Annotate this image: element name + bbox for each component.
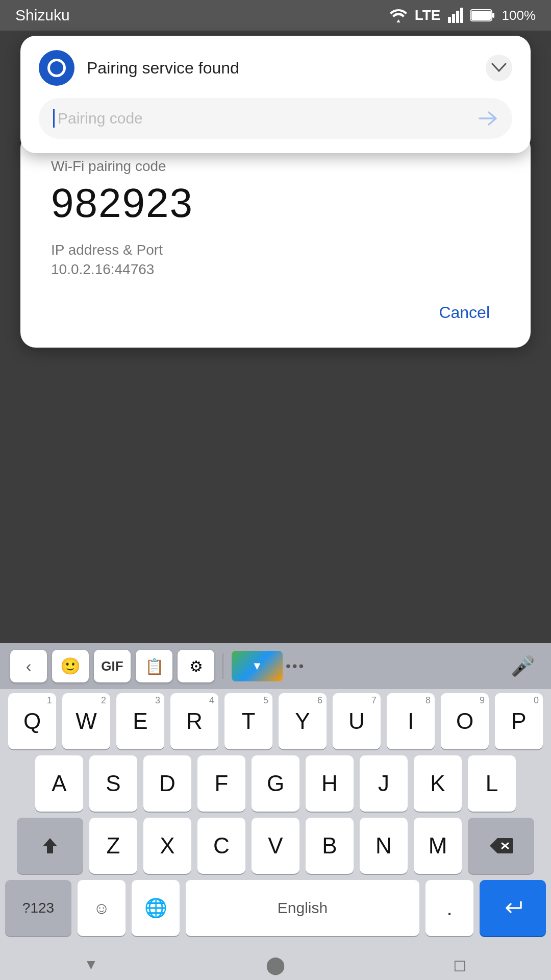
- key-s[interactable]: S: [89, 755, 137, 812]
- key-n[interactable]: N: [360, 818, 408, 874]
- key-y[interactable]: 6Y: [279, 693, 327, 749]
- key-g[interactable]: G: [252, 755, 299, 812]
- pairing-code-input[interactable]: [58, 110, 475, 127]
- enter-button[interactable]: [480, 880, 546, 936]
- notif-icon: [39, 50, 74, 86]
- toolbar-more[interactable]: •••: [286, 658, 305, 674]
- key-b[interactable]: B: [306, 818, 354, 874]
- key-o[interactable]: 9O: [441, 693, 489, 749]
- sticker-button[interactable]: 🙂: [52, 650, 89, 682]
- svg-rect-5: [492, 13, 494, 18]
- notif-header: Pairing service found: [39, 50, 512, 86]
- delete-icon: [488, 837, 514, 855]
- mic-button[interactable]: 🎤: [504, 650, 541, 682]
- nav-back[interactable]: ▼: [84, 957, 98, 973]
- dialog-actions: Cancel: [51, 298, 500, 327]
- shift-button[interactable]: [17, 818, 83, 874]
- logo-icon: ▼: [232, 651, 283, 681]
- notif-icon-inner: [47, 59, 66, 77]
- ip-value: 10.0.2.16:44763: [51, 261, 500, 278]
- send-icon: [475, 108, 498, 129]
- app-name: Shizuku: [15, 7, 70, 24]
- enter-icon: [502, 898, 524, 918]
- signal-icon: [448, 8, 463, 23]
- key-row-3: Z X C V B N M: [5, 818, 546, 874]
- key-row-2: A S D F G H J K L: [5, 755, 546, 812]
- key-c[interactable]: C: [197, 818, 245, 874]
- nav-home[interactable]: ⬤: [266, 954, 285, 975]
- svg-rect-1: [452, 14, 455, 23]
- ip-label: IP address & Port: [51, 242, 500, 258]
- keyboard-back-button[interactable]: ‹: [10, 650, 47, 682]
- key-r[interactable]: 4R: [170, 693, 218, 749]
- key-m[interactable]: M: [414, 818, 462, 874]
- emoji-button[interactable]: ☺: [78, 880, 126, 936]
- key-k[interactable]: K: [414, 755, 462, 812]
- num-button[interactable]: ?123: [5, 880, 71, 936]
- clipboard-button[interactable]: 📋: [136, 650, 172, 682]
- key-j[interactable]: J: [360, 755, 408, 812]
- period-button[interactable]: .: [425, 880, 473, 936]
- status-bar: Shizuku LTE 100%: [0, 0, 551, 31]
- svg-rect-0: [448, 17, 451, 23]
- notif-title-row: Pairing service found: [39, 50, 239, 86]
- key-v[interactable]: V: [252, 818, 299, 874]
- globe-button[interactable]: 🌐: [132, 880, 180, 936]
- key-d[interactable]: D: [143, 755, 191, 812]
- key-x[interactable]: X: [143, 818, 191, 874]
- svg-rect-3: [460, 8, 463, 23]
- keyboard-keys: 1Q 2W 3E 4R 5T 6Y 7U 8I 9O 0P A S D F G …: [0, 689, 551, 944]
- gif-button[interactable]: GIF: [94, 650, 131, 682]
- key-w[interactable]: 2W: [62, 693, 110, 749]
- delete-button[interactable]: [468, 818, 534, 874]
- key-t[interactable]: 5T: [224, 693, 272, 749]
- key-l[interactable]: L: [468, 755, 516, 812]
- wifi-pairing-label: Wi-Fi pairing code: [51, 158, 500, 175]
- wifi-pairing-code: 982923: [51, 180, 500, 227]
- key-h[interactable]: H: [306, 755, 354, 812]
- main-dialog: Wi-Fi pairing code 982923 IP address & P…: [20, 133, 531, 348]
- toolbar-separator: [222, 653, 223, 679]
- key-z[interactable]: Z: [89, 818, 137, 874]
- key-f[interactable]: F: [197, 755, 245, 812]
- cancel-button[interactable]: Cancel: [429, 298, 500, 327]
- nav-recents[interactable]: ◻: [453, 955, 467, 974]
- notification-card: Pairing service found: [20, 36, 531, 153]
- key-i[interactable]: 8I: [387, 693, 435, 749]
- send-button[interactable]: [475, 108, 498, 129]
- pairing-code-row[interactable]: [39, 98, 512, 139]
- keyboard-logo: ▼ •••: [232, 651, 305, 681]
- signal-text: LTE: [415, 7, 441, 23]
- chevron-down-icon: [491, 63, 507, 73]
- battery-percent: 100%: [502, 8, 536, 23]
- key-u[interactable]: 7U: [333, 693, 381, 749]
- svg-rect-2: [456, 11, 459, 23]
- cursor: [53, 109, 55, 128]
- wifi-icon: [389, 8, 408, 22]
- space-button[interactable]: English: [186, 880, 419, 936]
- settings-button[interactable]: ⚙: [178, 650, 214, 682]
- nav-bar: ▼ ⬤ ◻: [0, 949, 551, 980]
- key-q[interactable]: 1Q: [8, 693, 56, 749]
- chevron-button[interactable]: [486, 55, 512, 81]
- key-row-4: ?123 ☺ 🌐 English .: [5, 880, 546, 936]
- battery-icon: [470, 9, 495, 22]
- key-p[interactable]: 0P: [495, 693, 543, 749]
- key-a[interactable]: A: [35, 755, 83, 812]
- keyboard: ‹ 🙂 GIF 📋 ⚙ ▼ ••• 🎤 1Q 2W 3E 4R 5T 6Y 7U…: [0, 643, 551, 949]
- svg-rect-6: [471, 11, 491, 20]
- keyboard-toolbar: ‹ 🙂 GIF 📋 ⚙ ▼ ••• 🎤: [0, 643, 551, 689]
- notif-title: Pairing service found: [87, 59, 239, 78]
- status-indicators: LTE 100%: [389, 7, 536, 23]
- key-row-1: 1Q 2W 3E 4R 5T 6Y 7U 8I 9O 0P: [5, 693, 546, 749]
- shift-icon: [40, 836, 60, 855]
- key-e[interactable]: 3E: [116, 693, 164, 749]
